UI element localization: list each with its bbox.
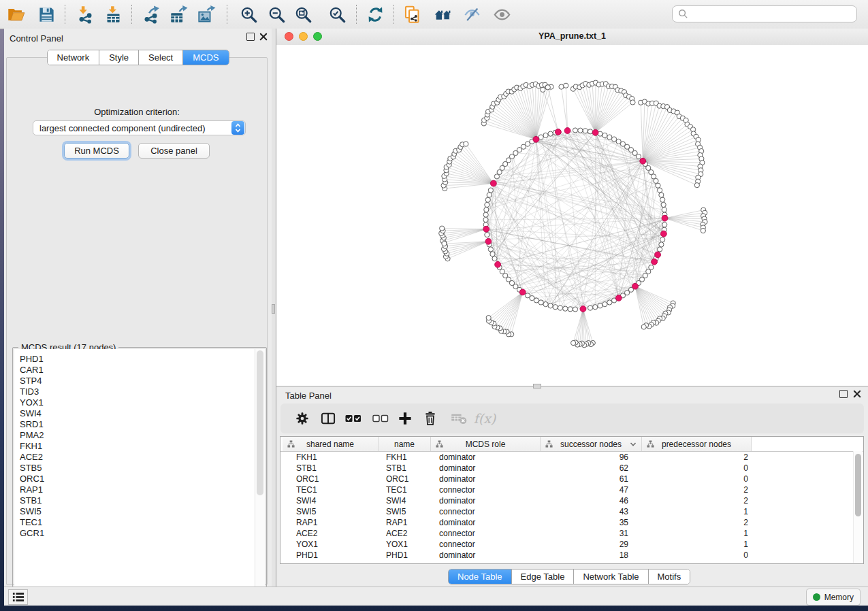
table-row[interactable]: TEC1TEC1connector472 [280, 484, 863, 495]
select-all-icon[interactable] [342, 403, 365, 433]
table-row[interactable]: PHD1PHD1dominator180 [280, 550, 863, 561]
export-image-icon[interactable] [195, 3, 218, 26]
open-file-icon[interactable] [4, 3, 27, 26]
table-row[interactable]: STB1STB1dominator620 [280, 463, 863, 474]
show-all-icon[interactable] [490, 3, 513, 26]
table-scrollbar[interactable] [853, 451, 863, 563]
add-column-icon[interactable] [393, 403, 417, 433]
save-session-icon[interactable] [35, 3, 58, 26]
close-panel-button[interactable]: Close panel [138, 143, 210, 159]
mcds-hub-node[interactable] [490, 180, 496, 186]
export-network-icon[interactable] [139, 3, 162, 26]
zoom-fit-icon[interactable] [291, 3, 315, 26]
table-row[interactable]: SWI5SWI5connector431 [280, 506, 863, 517]
horizontal-divider-grip[interactable] [533, 384, 541, 389]
mcds-result-item[interactable]: STB1 [20, 495, 265, 506]
mcds-result-item[interactable]: TEC1 [20, 517, 265, 528]
mcds-result-item[interactable]: STB5 [20, 463, 265, 474]
zoom-in-icon[interactable] [237, 3, 260, 26]
split-view-icon[interactable] [317, 403, 340, 433]
mcds-hub-node[interactable] [640, 158, 646, 164]
memory-button[interactable]: Memory [806, 589, 861, 606]
mcds-hub-node[interactable] [556, 129, 562, 135]
mcds-hub-node[interactable] [564, 128, 570, 134]
mcds-result-item[interactable]: FKH1 [20, 441, 265, 452]
run-mcds-button[interactable]: Run MCDS [64, 143, 129, 159]
first-neighbors-icon[interactable] [431, 3, 454, 26]
tab-edge-table[interactable]: Edge Table [511, 569, 574, 584]
zoom-selected-icon[interactable] [325, 3, 349, 26]
float-panel-icon[interactable] [246, 33, 255, 41]
mcds-hub-node[interactable] [652, 259, 658, 265]
function-builder-icon[interactable]: f(x) [473, 403, 496, 433]
tab-select[interactable]: Select [138, 50, 182, 65]
import-network-icon[interactable] [74, 3, 97, 26]
mcds-hub-node[interactable] [592, 129, 598, 135]
mcds-result-item[interactable]: PMA2 [20, 430, 265, 441]
settings-icon[interactable] [291, 403, 314, 433]
delete-table-icon[interactable] [447, 403, 470, 433]
deselect-all-icon[interactable] [369, 403, 392, 433]
mcds-hub-node[interactable] [533, 136, 539, 142]
search-field[interactable] [672, 5, 857, 22]
hide-selected-icon[interactable] [460, 3, 483, 26]
network-graph[interactable] [276, 45, 868, 386]
mcds-hub-node[interactable] [495, 261, 501, 267]
mcds-result-item[interactable]: TID3 [20, 386, 265, 397]
mcds-result-item[interactable]: SWI4 [20, 408, 265, 419]
column-header-shared-name[interactable]: shared name [283, 437, 379, 451]
mcds-result-item[interactable]: CAR1 [20, 365, 265, 376]
column-header-predecessor-nodes[interactable]: predecessor nodes [642, 437, 752, 451]
mcds-result-item[interactable]: ORC1 [20, 474, 265, 484]
optimization-criterion-select[interactable]: largest connected component (undirected) [33, 120, 246, 135]
zoom-out-icon[interactable] [265, 3, 288, 26]
delete-column-icon[interactable] [419, 403, 442, 433]
table-row[interactable]: FKH1FKH1dominator962 [280, 452, 863, 463]
float-table-panel-icon[interactable] [839, 390, 848, 398]
mcds-hub-node[interactable] [485, 238, 492, 244]
duplicate-network-icon[interactable] [400, 3, 423, 26]
network-canvas[interactable] [276, 45, 868, 386]
mcds-result-item[interactable]: RAP1 [20, 484, 265, 495]
tab-motifs[interactable]: Motifs [648, 569, 690, 584]
list-scrollbar[interactable] [255, 349, 265, 599]
column-header-successor-nodes[interactable]: successor nodes [541, 437, 642, 451]
mcds-hub-node[interactable] [662, 215, 668, 221]
mcds-result-item[interactable]: YOX1 [20, 397, 265, 408]
mcds-hub-node[interactable] [655, 252, 661, 258]
close-panel-icon[interactable] [259, 33, 268, 41]
mcds-result-item[interactable]: STP4 [20, 376, 265, 386]
mcds-result-item[interactable]: SRD1 [20, 419, 265, 430]
column-header-name[interactable]: name [379, 437, 431, 451]
column-header-mcds-role[interactable]: MCDS role [431, 437, 541, 451]
import-table-icon[interactable] [101, 3, 125, 26]
tab-node-table[interactable]: Node Table [449, 569, 511, 584]
refresh-icon[interactable] [364, 3, 387, 26]
table-row[interactable]: SWI4SWI4dominator462 [280, 495, 863, 506]
panel-divider[interactable] [272, 29, 276, 587]
table-scrollbar-thumb[interactable] [855, 454, 861, 516]
mcds-hub-node[interactable] [580, 306, 586, 312]
search-input[interactable] [692, 8, 851, 20]
tab-network[interactable]: Network [47, 50, 99, 65]
mcds-result-item[interactable]: PHD1 [20, 354, 265, 365]
tab-mcds[interactable]: MCDS [182, 50, 228, 65]
mcds-result-item[interactable]: GCR1 [20, 528, 265, 539]
divider-grip[interactable] [272, 304, 275, 314]
mcds-result-item[interactable]: SWI5 [20, 506, 265, 517]
table-row[interactable]: ACE2ACE2connector311 [280, 528, 863, 539]
mcds-hub-node[interactable] [615, 295, 622, 301]
tab-style[interactable]: Style [99, 50, 138, 65]
close-table-panel-icon[interactable] [853, 390, 861, 398]
task-history-button[interactable] [8, 589, 28, 605]
export-table-icon[interactable] [167, 3, 190, 26]
mcds-hub-node[interactable] [483, 226, 489, 232]
table-row[interactable]: RAP1RAP1dominator352 [280, 517, 863, 528]
mcds-hub-node[interactable] [660, 231, 666, 237]
mcds-hub-node[interactable] [632, 283, 639, 289]
list-scrollbar-thumb[interactable] [257, 350, 263, 495]
table-row[interactable]: ORC1ORC1dominator610 [280, 474, 863, 484]
mcds-hub-node[interactable] [519, 289, 526, 295]
table-row[interactable]: YOX1YOX1connector291 [280, 539, 863, 550]
tab-network-table[interactable]: Network Table [573, 569, 647, 584]
